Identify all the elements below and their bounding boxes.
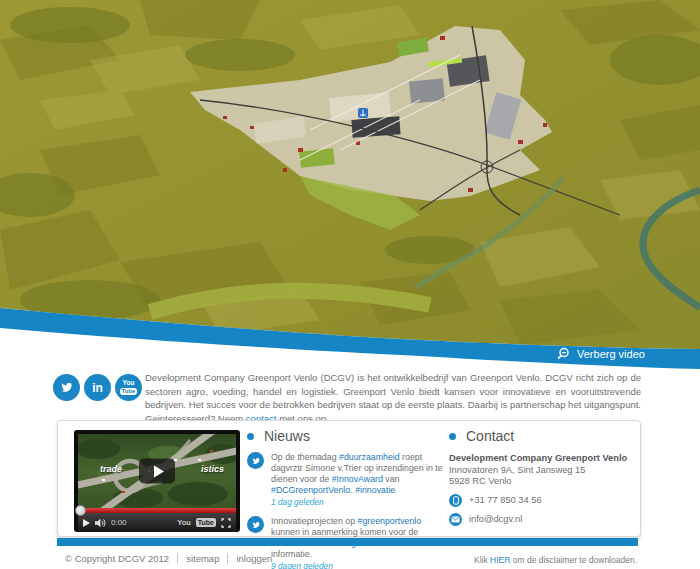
youtube-button[interactable]: You Tube (115, 374, 142, 401)
video-controls: 0:00 You Tube (78, 513, 236, 532)
tweet-text: van (383, 474, 400, 484)
contact-section: Contact Development Company Greenport Ve… (449, 428, 634, 526)
video-time: 0:00 (111, 518, 127, 527)
tweet-twitter-button[interactable] (247, 516, 264, 533)
tweet-text: kunnen in aanmerking komen voor de (271, 527, 418, 537)
phone-number: +31 77 850 34 56 (469, 495, 542, 505)
fullscreen-icon[interactable] (221, 518, 231, 528)
youtube-logo[interactable]: You (177, 518, 191, 527)
tweet-timestamp[interactable]: 9 dagen geleden (271, 561, 449, 569)
email-address-link[interactable]: info@dcgv.nl (469, 514, 522, 524)
disclaimer-download-link[interactable]: HIER (490, 555, 510, 565)
intro-paragraph: Development Company Greenport Venlo (DCG… (145, 371, 641, 425)
hide-video-button[interactable]: Verberg video (556, 345, 645, 363)
hashtag-link[interactable]: #DCGreenportVenlo (271, 485, 350, 495)
address-line-1: Innovatoren 9A, Sint Jansweg 15 (449, 465, 634, 477)
footer-nav: © Copyright DCGV 2012 sitemap inloggen (65, 553, 272, 564)
twitter-icon (59, 380, 74, 395)
contact-heading: Contact (466, 428, 514, 444)
phone-icon (449, 494, 462, 507)
video-thumbnail[interactable]: trade istics (78, 434, 236, 508)
overlay-text-trade: trade (100, 464, 122, 474)
disclaimer-note: Klik HIER om de disclaimer te downloaden… (474, 555, 637, 565)
hide-video-label: Verberg video (577, 348, 645, 360)
email-icon (449, 513, 462, 526)
news-bullet-icon (247, 433, 254, 440)
news-heading: Nieuws (264, 428, 310, 444)
linkedin-button[interactable]: in (84, 374, 111, 401)
footer-blue-bar (57, 538, 638, 546)
hashtag-link[interactable]: #duurzaamheid (339, 452, 400, 462)
tweet-text: Innovatieprojecten op (271, 516, 358, 526)
tweet-twitter-button[interactable] (247, 452, 264, 469)
twitter-icon (251, 456, 261, 466)
tweet-timestamp[interactable]: 1 dag geleden (271, 497, 449, 508)
copyright-text: © Copyright DCGV 2012 (65, 553, 169, 564)
overlay-text-istics: istics (201, 464, 224, 474)
content-card: trade istics 0:00 You Tube (57, 420, 641, 537)
footer-divider (227, 553, 228, 564)
twitter-button[interactable] (53, 374, 80, 401)
zoom-out-icon (556, 347, 570, 361)
footer-divider (177, 553, 178, 564)
play-icon (154, 465, 164, 477)
page: Verberg video in You Tube Development Co… (0, 0, 700, 569)
play-overlay-button[interactable] (139, 459, 175, 484)
tweet-text: Op de themadag (271, 452, 339, 462)
address-line-2: 5928 RC Venlo (449, 476, 634, 488)
tweet-item: Op de themadag #duurzaamheid roept dagvr… (247, 452, 453, 508)
linkedin-icon: in (92, 382, 103, 394)
highway-shield-marker (358, 108, 368, 118)
youtube-icon: You (123, 380, 135, 387)
hashtag-link[interactable]: #InnovAward (332, 474, 383, 484)
disclaimer-text: Klik (474, 555, 490, 565)
youtube-player: trade istics 0:00 You Tube (74, 430, 240, 532)
disclaimer-text: om de disclaimer te downloaden. (510, 555, 637, 565)
social-links: in You Tube (53, 374, 142, 401)
hashtag-link[interactable]: #innovatie (355, 485, 395, 495)
player-play-button[interactable] (83, 519, 90, 527)
login-link[interactable]: inloggen (236, 553, 272, 564)
hashtag-link[interactable]: #greenportvenlo (358, 516, 422, 526)
volume-icon[interactable] (95, 518, 106, 528)
intro-text-1: Development Company Greenport Venlo (DCG… (145, 372, 641, 424)
aerial-map-image (0, 0, 700, 370)
progress-scrubber[interactable] (75, 505, 86, 516)
contact-bullet-icon (449, 433, 456, 440)
twitter-icon (251, 520, 261, 530)
company-name: Development Company Greenport Venlo (449, 453, 634, 465)
video-progress-bar[interactable] (78, 508, 236, 513)
news-section: Nieuws Op de themadag #duurzaamheid roep… (247, 428, 453, 569)
sitemap-link[interactable]: sitemap (186, 553, 219, 564)
hero-video-still[interactable]: Verberg video (0, 0, 700, 370)
